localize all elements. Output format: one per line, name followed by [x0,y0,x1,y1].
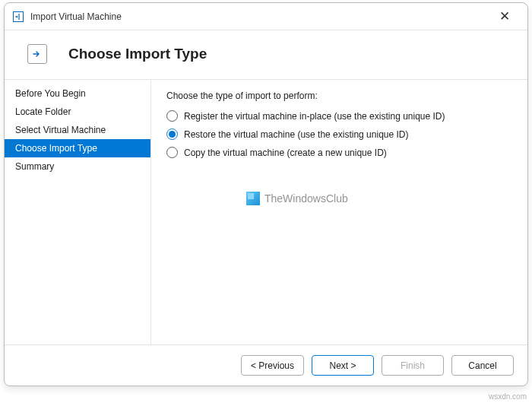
watermark: TheWindowsClub [246,192,348,205]
source-watermark: wsxdn.com [489,392,527,401]
svg-rect-0 [14,11,24,21]
sidebar-item-before-you-begin[interactable]: Before You Begin [5,84,150,103]
page-title: Choose Import Type [68,46,207,62]
radio-label: Copy the virtual machine (create a new u… [184,148,387,158]
close-button[interactable]: ✕ [489,11,520,23]
window-title: Import Virtual Machine [30,11,122,22]
radio-register-in-place[interactable]: Register the virtual machine in-place (u… [166,110,512,122]
watermark-text: TheWindowsClub [264,192,348,205]
radio-label: Register the virtual machine in-place (u… [184,111,445,122]
app-icon [12,11,24,23]
wizard-header: Choose Import Type [5,30,527,79]
import-icon [27,44,47,64]
sidebar-item-summary[interactable]: Summary [5,157,150,176]
sidebar-item-locate-folder[interactable]: Locate Folder [5,103,150,121]
next-button[interactable]: Next > [312,355,374,376]
radio-icon [166,129,178,140]
wizard-body: Before You Begin Locate Folder Select Vi… [5,79,527,344]
previous-button[interactable]: < Previous [241,355,304,376]
sidebar-item-choose-import-type[interactable]: Choose Import Type [5,139,150,157]
wizard-content: Choose the type of import to perform: Re… [151,80,527,344]
radio-restore-vm[interactable]: Restore the virtual machine (use the exi… [166,129,512,140]
radio-icon [166,147,178,158]
radio-icon [166,110,178,122]
sidebar-item-select-vm[interactable]: Select Virtual Machine [5,121,150,139]
wizard-steps-sidebar: Before You Begin Locate Folder Select Vi… [5,80,151,344]
cancel-button[interactable]: Cancel [451,355,514,376]
titlebar: Import Virtual Machine ✕ [5,3,527,30]
wizard-footer: < Previous Next > Finish Cancel [5,344,527,386]
watermark-icon [246,192,260,205]
radio-label: Restore the virtual machine (use the exi… [184,129,408,140]
radio-copy-vm[interactable]: Copy the virtual machine (create a new u… [166,147,512,158]
import-vm-dialog: Import Virtual Machine ✕ Choose Import T… [4,2,528,386]
content-prompt: Choose the type of import to perform: [166,90,512,101]
finish-button: Finish [382,355,444,376]
